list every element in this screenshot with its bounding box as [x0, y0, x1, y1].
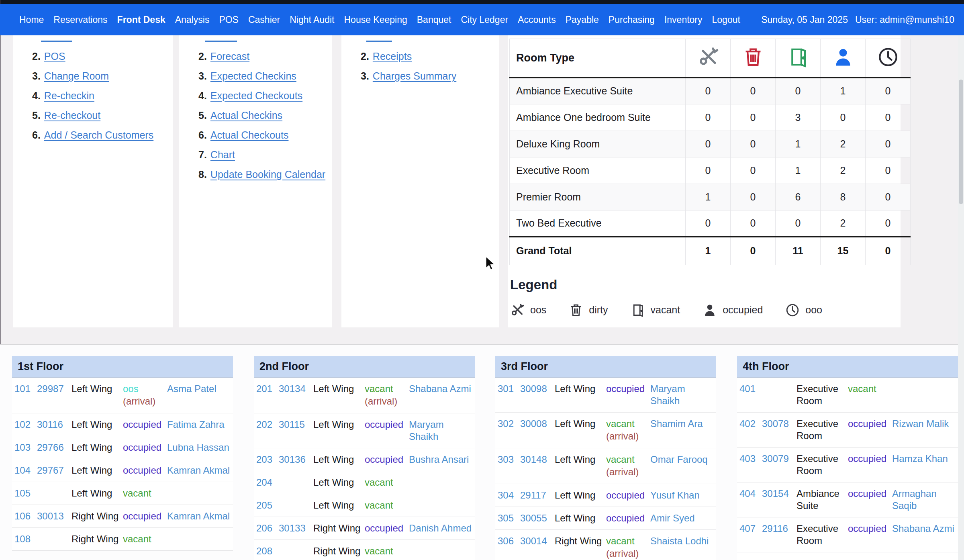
nav-item-pos[interactable]: POS — [219, 14, 239, 25]
folio-number-link[interactable]: 29115 — [762, 558, 794, 560]
menu-link-chart[interactable]: Chart — [210, 149, 235, 161]
nav-item-cashier[interactable]: Cashier — [248, 14, 280, 25]
room-number-link[interactable]: 105 — [14, 487, 35, 499]
room-number-link[interactable]: 203 — [256, 454, 276, 466]
menu-link-actual-checkins[interactable]: Actual Checkins — [210, 110, 282, 121]
room-number-link[interactable]: 206 — [256, 522, 276, 534]
room-number-link[interactable]: 108 — [14, 533, 35, 545]
menu-link-add-search-customers[interactable]: Add / Search Customers — [44, 129, 153, 141]
menu-link-re-checkin[interactable]: Re-checkin — [44, 90, 94, 102]
folio-number-link[interactable]: 30134 — [279, 383, 311, 408]
folio-number-link[interactable]: 29117 — [520, 489, 552, 501]
clipped-link-underline[interactable] — [205, 41, 237, 42]
guest-name-link[interactable]: Kamran Akmal — [167, 464, 231, 476]
nav-item-payable[interactable]: Payable — [566, 14, 599, 25]
guest-name-link[interactable]: Yusuf Khan — [650, 489, 715, 501]
menu-link-update-booking-calendar[interactable]: Update Booking Calendar — [210, 169, 325, 180]
menu-link-forecast[interactable]: Forecast — [210, 51, 249, 62]
guest-name-link[interactable]: Maryam Shaikh — [409, 419, 473, 443]
guest-name-link[interactable]: Bushra Ansari — [409, 454, 473, 466]
room-number-link[interactable]: 401 — [739, 383, 760, 407]
folio-number-link[interactable]: 30148 — [520, 454, 552, 478]
room-number-link[interactable]: 407 — [739, 523, 760, 547]
room-number-link[interactable]: 304 — [498, 489, 518, 501]
guest-name-link[interactable]: Danish Ahmed — [409, 522, 473, 534]
room-number-link[interactable]: 204 — [256, 476, 276, 488]
folio-number-link[interactable]: 30133 — [279, 522, 311, 534]
room-number-link[interactable]: 205 — [256, 499, 276, 511]
folio-number-link[interactable]: 29766 — [37, 441, 69, 454]
clipped-link-underline[interactable] — [41, 41, 72, 42]
guest-name-link[interactable]: Shabana Azmi — [892, 523, 956, 547]
guest-name-link[interactable]: Maryam Shaikh — [650, 383, 715, 407]
scrollbar-track[interactable] — [958, 35, 964, 560]
folio-number-link[interactable]: 30078 — [762, 418, 794, 442]
room-number-link[interactable]: 403 — [739, 453, 760, 477]
nav-item-banquet[interactable]: Banquet — [417, 14, 451, 25]
folio-number-link[interactable]: 30136 — [279, 454, 311, 466]
folio-number-link[interactable]: 29987 — [37, 383, 69, 408]
room-number-link[interactable]: 404 — [739, 488, 760, 512]
folio-number-link[interactable]: 30116 — [37, 419, 69, 431]
nav-item-city-ledger[interactable]: City Ledger — [461, 14, 508, 25]
room-number-link[interactable]: 106 — [14, 510, 35, 522]
room-number-link[interactable]: 202 — [256, 419, 276, 443]
menu-link-pos[interactable]: POS — [44, 51, 65, 62]
room-number-link[interactable]: 101 — [14, 383, 35, 408]
nav-item-accounts[interactable]: Accounts — [518, 14, 556, 25]
room-number-link[interactable]: 201 — [256, 383, 276, 408]
folio-number-link[interactable]: 30115 — [279, 419, 311, 443]
nav-item-front-desk[interactable]: Front Desk — [117, 14, 165, 25]
menu-link-actual-checkouts[interactable]: Actual Checkouts — [210, 129, 289, 141]
room-number-link[interactable]: 402 — [739, 418, 760, 442]
guest-name-link[interactable]: Armaghan Saqib — [892, 488, 956, 512]
menu-link-expected-checkouts[interactable]: Expected Checkouts — [210, 90, 302, 102]
room-number-link[interactable]: 303 — [498, 454, 518, 478]
nav-item-analysis[interactable]: Analysis — [175, 14, 210, 25]
guest-name-link[interactable]: Hamza Khan — [892, 453, 956, 477]
nav-item-inventory[interactable]: Inventory — [664, 14, 703, 25]
menu-link-change-room[interactable]: Change Room — [44, 70, 109, 82]
guest-name-link[interactable]: Shaista Lodhi — [650, 535, 715, 560]
folio-number-link[interactable]: 29116 — [762, 523, 794, 547]
folio-number-link[interactable]: 29767 — [37, 464, 69, 476]
folio-number-link[interactable]: 30013 — [37, 510, 69, 522]
room-number-link[interactable]: 103 — [14, 441, 35, 454]
menu-link-charges-summary[interactable]: Charges Summary — [373, 70, 456, 82]
guest-name-link[interactable]: Rizwan Malik — [892, 418, 956, 442]
nav-item-purchasing[interactable]: Purchasing — [609, 14, 655, 25]
nav-item-reservations[interactable]: Reservations — [53, 14, 107, 25]
nav-item-night-audit[interactable]: Night Audit — [290, 14, 334, 25]
room-number-link[interactable]: 302 — [498, 418, 518, 443]
guest-name-link[interactable]: Omar Farooq — [650, 454, 715, 478]
guest-name-link[interactable]: Lubna Hassan — [167, 441, 231, 454]
room-number-link[interactable]: 104 — [14, 464, 35, 476]
guest-name-link[interactable]: Shamim Ara — [650, 418, 715, 443]
menu-link-expected-checkins[interactable]: Expected Checkins — [210, 70, 296, 82]
guest-name-link[interactable]: Kamran Akmal — [167, 510, 231, 522]
folio-number-link[interactable]: 30014 — [520, 535, 552, 560]
nav-item-home[interactable]: Home — [19, 14, 44, 25]
menu-link-receipts[interactable]: Receipts — [373, 51, 412, 62]
room-number-link[interactable]: 102 — [14, 419, 35, 431]
nav-item-house-keeping[interactable]: House Keeping — [344, 14, 407, 25]
menu-link-re-checkout[interactable]: Re-checkout — [44, 110, 100, 121]
scrollbar-thumb[interactable] — [959, 80, 963, 204]
guest-name-link[interactable]: Fatima Zahra — [167, 419, 231, 431]
room-number-link[interactable]: 301 — [498, 383, 518, 407]
guest-name-link[interactable]: Asma Patel — [167, 383, 231, 408]
folio-number-link[interactable]: 30079 — [762, 453, 794, 477]
room-number-link[interactable]: 305 — [498, 512, 518, 524]
guest-name-link[interactable]: Naima Begum — [892, 558, 956, 560]
folio-number-link[interactable]: 30098 — [520, 383, 552, 407]
room-number-link[interactable]: 306 — [498, 535, 518, 560]
room-number-link[interactable]: 208 — [256, 545, 276, 557]
clipped-link-underline[interactable] — [366, 41, 392, 42]
folio-number-link[interactable]: 30154 — [762, 488, 794, 512]
folio-number-link[interactable]: 30055 — [520, 512, 552, 524]
nav-item-logout[interactable]: Logout — [712, 14, 740, 25]
guest-name-link[interactable]: Amir Syed — [650, 512, 715, 524]
folio-number-link[interactable]: 30008 — [520, 418, 552, 443]
room-number-link[interactable]: 408 — [739, 558, 760, 560]
guest-name-link[interactable]: Shabana Azmi — [409, 383, 473, 408]
